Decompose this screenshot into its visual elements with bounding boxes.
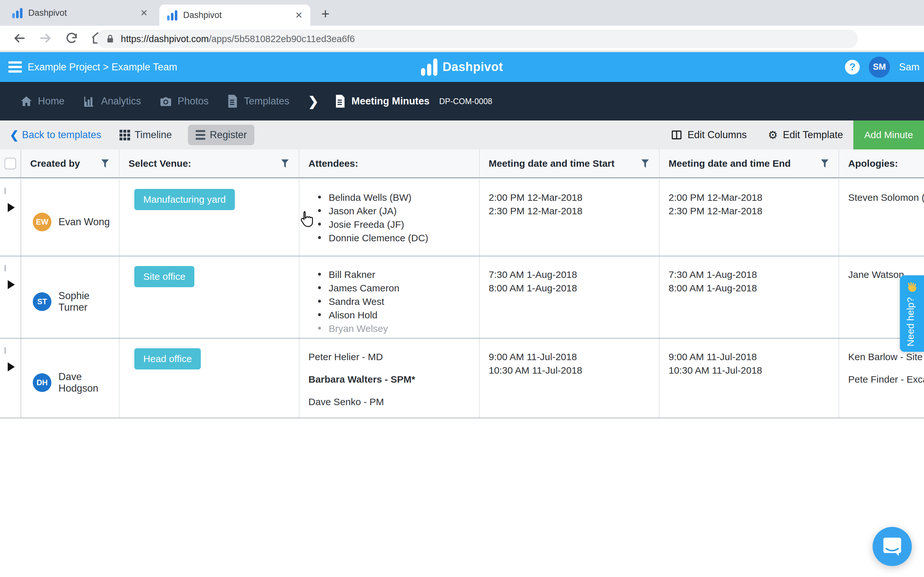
meeting-end-cell: 9:00 AM 11-Jul-201810:30 AM 11-Jul-2018	[660, 338, 839, 417]
attendee-item: Donnie Clemence (DC)	[308, 231, 471, 245]
row-checkbox[interactable]	[5, 347, 6, 354]
browser-tab-2-active[interactable]: Dashpivot ✕	[159, 5, 311, 26]
waving-hand-icon	[906, 282, 917, 293]
filter-icon[interactable]	[281, 159, 289, 168]
created-by-cell: DH Dave Hodgson	[21, 338, 119, 417]
user-avatar[interactable]: SM	[869, 56, 890, 78]
edit-template-label: Edit Template	[783, 129, 843, 141]
meeting-start-value: 2:00 PM 12-Mar-2018	[489, 191, 651, 204]
tab-close-icon[interactable]: ✕	[140, 8, 148, 18]
attendees-list: Bill RaknerJames CameronSandra WestAliso…	[308, 268, 471, 335]
venue-tag[interactable]: Head office	[134, 348, 201, 369]
columns-icon	[671, 129, 683, 141]
venue-cell: Manufacturing yard	[119, 179, 299, 256]
chat-bubble-icon	[882, 536, 903, 557]
meeting-end-value: 8:00 AM 1-Aug-2018	[668, 281, 831, 295]
home-icon	[20, 95, 33, 108]
column-header-select-venue[interactable]: Select Venue:	[119, 149, 299, 177]
menu-icon[interactable]	[8, 61, 22, 73]
row-checkbox[interactable]	[5, 188, 6, 194]
filter-icon[interactable]	[821, 159, 829, 168]
back-chevron-icon: ❮	[10, 129, 19, 141]
dashpivot-favicon	[167, 10, 178, 21]
row-select-cell	[0, 179, 21, 256]
column-header-created-by[interactable]: Created by	[21, 149, 119, 177]
new-tab-button[interactable]: +	[321, 6, 330, 22]
creator-avatar: ST	[33, 292, 52, 311]
select-all-checkbox[interactable]	[5, 158, 16, 169]
nav-item-home[interactable]: Home	[20, 95, 64, 108]
nav-item-templates[interactable]: Templates	[227, 95, 289, 108]
help-icon[interactable]: ?	[845, 60, 860, 74]
template-code: DP-COM-0008	[439, 97, 492, 106]
column-header-meeting-end[interactable]: Meeting date and time End	[660, 149, 839, 177]
register-table-body: EW Evan Wong Manufacturing yard Belinda …	[0, 179, 924, 418]
camera-icon	[159, 95, 172, 108]
attendee-item: Alison Hold	[308, 308, 471, 322]
expand-caret-icon[interactable]	[8, 203, 15, 212]
expand-caret-icon[interactable]	[8, 363, 15, 371]
back-to-templates-link[interactable]: ❮ Back to templates	[10, 121, 101, 149]
logo-text: Dashpivot	[443, 60, 503, 74]
back-icon[interactable]	[12, 31, 26, 45]
meeting-end-cell: 2:00 PM 12-Mar-20182:30 PM 12-Mar-2018	[660, 179, 839, 256]
browser-tab-1[interactable]: Dashpivot ✕	[5, 0, 156, 26]
bullet-icon	[318, 209, 321, 212]
bullet-icon	[318, 273, 321, 276]
dashpivot-favicon	[12, 7, 23, 18]
breadcrumb[interactable]: Example Project > Example Team	[27, 61, 177, 73]
timeline-grid-icon	[119, 130, 130, 140]
user-name[interactable]: Sam	[899, 61, 919, 73]
reload-icon[interactable]	[65, 32, 78, 45]
venue-tag[interactable]: Manufacturing yard	[134, 189, 235, 210]
venue-tag[interactable]: Site office	[134, 266, 194, 287]
chat-launcher-button[interactable]	[872, 527, 912, 566]
bullet-icon	[318, 236, 321, 239]
screen: Dashpivot ✕ Dashpivot ✕ + https://dashpi…	[0, 0, 924, 577]
column-header-meeting-start[interactable]: Meeting date and time Start	[480, 149, 660, 177]
url-bar[interactable]: https://dashpivot.com/apps/5b5810822eb90…	[97, 29, 858, 48]
attendees-list: Peter Helier - MDBarbara Walters - SPM*D…	[308, 350, 471, 417]
url-text: https://dashpivot.com/apps/5b5810822eb90…	[121, 34, 355, 44]
table-row[interactable]: ST Sophie Turner Site office Bill Rakner…	[0, 256, 924, 338]
meeting-start-cell: 9:00 AM 11-Jul-201810:30 AM 11-Jul-2018	[480, 338, 660, 417]
column-header-attendees[interactable]: Attendees:	[299, 149, 480, 177]
dashpivot-logo: Dashpivot	[421, 52, 503, 82]
row-checkbox[interactable]	[5, 265, 6, 271]
nav-item-analytics[interactable]: Analytics	[82, 95, 141, 108]
nav-item-photos[interactable]: Photos	[159, 95, 209, 108]
column-header-apologies[interactable]: Apologies:	[839, 149, 924, 177]
expand-caret-icon[interactable]	[8, 280, 15, 289]
main-nav: Home Analytics Photos Templates ❯ Meetin…	[0, 82, 924, 121]
filter-icon[interactable]	[101, 159, 109, 168]
timeline-view-button[interactable]: Timeline	[112, 125, 180, 145]
add-minute-button[interactable]: Add Minute	[853, 121, 924, 149]
created-by-cell: EW Evan Wong	[21, 179, 119, 256]
attendee-item: Belinda Wells (BW)	[308, 191, 471, 204]
bullet-icon	[318, 313, 321, 316]
apology-value: Ken Barlow - Site e	[848, 350, 924, 363]
tab-close-icon[interactable]: ✕	[295, 10, 303, 21]
table-row[interactable]: DH Dave Hodgson Head office Peter Helier…	[0, 338, 924, 418]
lock-icon	[105, 34, 115, 44]
meeting-start-value: 10:30 AM 11-Jul-2018	[489, 364, 651, 377]
browser-toolbar: https://dashpivot.com/apps/5b5810822eb90…	[0, 26, 924, 52]
bullet-icon	[318, 196, 321, 198]
filter-icon[interactable]	[641, 159, 649, 168]
table-row[interactable]: EW Evan Wong Manufacturing yard Belinda …	[0, 179, 924, 256]
tab-title: Dashpivot	[28, 8, 135, 18]
nav-current-template[interactable]: Meeting Minutes DP-COM-0008	[334, 95, 492, 108]
meeting-end-value: 9:00 AM 11-Jul-2018	[668, 350, 831, 364]
need-help-label: Need help?	[905, 297, 916, 347]
edit-template-button[interactable]: ⚙ Edit Template	[768, 129, 843, 141]
register-view-button[interactable]: Register	[188, 125, 254, 145]
attendees-list: Belinda Wells (BW)Jason Aker (JA)Josie F…	[308, 191, 471, 245]
forward-icon[interactable]	[39, 31, 53, 45]
meeting-start-value: 2:30 PM 12-Mar-2018	[489, 204, 651, 218]
attendee-item: Dave Senko - PM	[308, 395, 471, 408]
creator-name: Sophie Turner	[58, 290, 111, 313]
browser-tabstrip: Dashpivot ✕ Dashpivot ✕ +	[0, 0, 924, 26]
register-label: Register	[210, 129, 247, 141]
edit-columns-button[interactable]: Edit Columns	[671, 129, 747, 141]
need-help-tab[interactable]: Need help?	[900, 275, 924, 352]
